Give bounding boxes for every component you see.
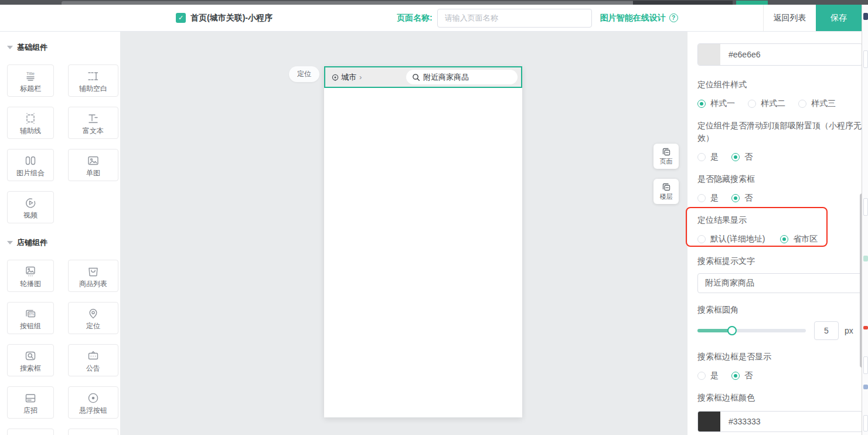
component-card-location[interactable]: 定位 (68, 302, 118, 334)
window-fragment (863, 198, 868, 216)
search-placeholder-text: 附近商家商品 (423, 72, 469, 83)
radio-unchecked-icon (697, 153, 706, 161)
back-to-list-button[interactable]: 返回列表 (763, 5, 816, 31)
background-green-fragment (736, 1, 768, 5)
window-fragment (863, 326, 868, 329)
video-icon (23, 196, 38, 209)
result-display-radio-group: 默认(详细地址) 省市区 (697, 234, 863, 244)
city-selector[interactable]: 城市 › (331, 72, 362, 83)
radio-unchecked-icon (748, 100, 756, 108)
radio-hide-yes[interactable]: 是 (697, 193, 719, 203)
radio-hide-no[interactable]: 否 (731, 193, 753, 203)
radio-style-1[interactable]: 样式一 (697, 98, 735, 109)
search-hint-section-label: 搜索框提示文字 (697, 255, 863, 267)
help-icon[interactable]: ? (669, 13, 678, 22)
component-card-store-sign[interactable]: 店招 (7, 386, 54, 419)
component-bg-color-field[interactable]: #e6e6e6 (697, 43, 863, 66)
location-pin-icon (86, 307, 100, 320)
component-card-partial-2[interactable] (68, 429, 118, 435)
component-card-video[interactable]: 视频 (7, 191, 54, 223)
radio-checked-icon (731, 372, 740, 380)
smart-design-link[interactable]: 图片智能在线设计 ? (600, 13, 678, 23)
radio-result-region[interactable]: 省市区 (780, 234, 818, 244)
component-card-image-group[interactable]: 图片组合 (7, 149, 54, 181)
component-card-search-box[interactable]: 搜索框 (7, 344, 54, 376)
chevron-right-icon: › (359, 73, 362, 81)
radio-unchecked-icon (798, 100, 806, 108)
component-card-carousel[interactable]: 轮播图 (7, 260, 54, 292)
radius-value-input[interactable] (814, 321, 839, 340)
guide-line-icon (23, 112, 38, 125)
slider-handle[interactable] (727, 326, 737, 335)
main-layout: 基础组件 Title 标题栏 辅助空白 (0, 32, 868, 435)
page-checkbox[interactable]: ✓ (176, 13, 186, 23)
result-display-label: 定位结果显示 (697, 214, 863, 226)
component-card-notice[interactable]: 公告 (68, 344, 118, 376)
pages-button-label: 页面 (660, 157, 673, 166)
component-card-float-button[interactable]: 悬浮按钮 (68, 386, 118, 419)
radio-style-3[interactable]: 样式三 (798, 98, 836, 109)
component-card-product-list[interactable]: 商品列表 (68, 260, 118, 292)
design-canvas[interactable]: 定位 城市 › 附近商家商品 (120, 32, 687, 435)
radio-sticky-yes[interactable]: 是 (697, 152, 719, 162)
search-icon (412, 73, 420, 81)
window-fragment (863, 415, 868, 431)
border-color-field[interactable]: #333333 (697, 411, 863, 432)
component-card-button-group[interactable]: BTN 按钮组 (7, 302, 54, 334)
radius-slider-row: px (697, 321, 863, 340)
preview-search-box[interactable]: 附近商家商品 (406, 70, 518, 84)
store-sign-icon (23, 392, 38, 405)
background-window-fragment (633, 1, 733, 5)
radius-slider[interactable] (697, 321, 806, 340)
color-swatch-gray[interactable] (698, 44, 720, 65)
component-card-guideline[interactable]: 辅助线 (7, 107, 54, 139)
radio-border-no[interactable]: 否 (731, 371, 753, 381)
search-hint-input[interactable] (697, 273, 863, 293)
page-name-group: 页面名称: (397, 9, 592, 28)
page-title: 首页(城市关联)-小程序 (190, 13, 273, 23)
layers-icon (661, 147, 671, 157)
group-basic-components[interactable]: 基础组件 (7, 42, 120, 53)
color-value: #e6e6e6 (720, 50, 761, 59)
radio-checked-icon (697, 100, 706, 108)
window-fragment (863, 13, 868, 20)
search-box-icon (23, 349, 38, 362)
smart-design-label: 图片智能在线设计 (600, 13, 666, 23)
blank-space-icon (86, 70, 100, 83)
pages-button[interactable]: 页面 (653, 144, 679, 169)
location-component-selected[interactable]: 城市 › 附近商家商品 (324, 66, 522, 88)
window-fragment (863, 356, 868, 374)
single-image-icon (86, 154, 100, 167)
component-card-blank-space[interactable]: 辅助空白 (68, 64, 118, 97)
component-card-titlebar[interactable]: Title 标题栏 (7, 64, 54, 97)
page-title-group: ✓ 首页(城市关联)-小程序 (176, 13, 273, 23)
floors-button[interactable]: 楼层 (653, 179, 679, 204)
rich-text-icon (86, 112, 100, 125)
page-name-input[interactable] (437, 9, 592, 28)
style-section-label: 定位组件样式 (697, 79, 863, 90)
radio-style-2[interactable]: 样式二 (748, 98, 785, 109)
color-swatch-dark[interactable] (698, 412, 720, 431)
float-button-icon (86, 392, 100, 405)
border-color-section-label: 搜索框边框颜色 (697, 392, 863, 403)
radio-checked-icon (731, 194, 740, 202)
radio-result-default[interactable]: 默认(详细地址) (697, 234, 765, 244)
radio-unchecked-icon (697, 235, 706, 243)
city-location-icon (331, 73, 339, 81)
component-card-richtext[interactable]: 富文本 (68, 107, 118, 139)
radius-section-label: 搜索框圆角 (697, 304, 863, 315)
phone-preview[interactable]: 城市 › 附近商家商品 (324, 66, 522, 417)
group-shop-components[interactable]: 店铺组件 (7, 237, 120, 248)
carousel-icon (23, 265, 38, 278)
component-card-single-image[interactable]: 单图 (68, 149, 118, 181)
border-show-radio-group: 是 否 (697, 371, 863, 381)
hide-search-radio-group: 是 否 (697, 193, 863, 203)
notice-icon (86, 349, 100, 362)
radio-sticky-no[interactable]: 否 (731, 152, 753, 162)
component-card-partial-1[interactable] (7, 429, 54, 435)
background-window-sliver (862, 5, 868, 435)
border-show-section-label: 搜索框边框是否显示 (697, 351, 863, 362)
component-sidebar: 基础组件 Title 标题栏 辅助空白 (0, 32, 120, 435)
save-button[interactable]: 保存 (816, 5, 862, 31)
radio-border-yes[interactable]: 是 (697, 371, 719, 381)
